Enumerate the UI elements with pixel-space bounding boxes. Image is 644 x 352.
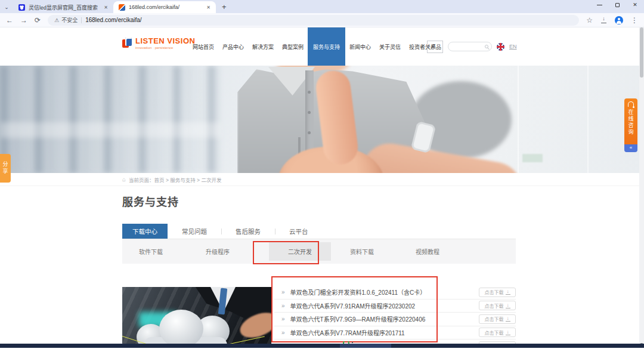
baidu-favicon-icon (18, 4, 25, 11)
window-controls: ✕ (590, 0, 644, 10)
restore-button[interactable] (608, 0, 626, 10)
url-text: 168led.com/ercikaifa/ (85, 17, 142, 23)
security-warning[interactable]: ⚠ 不安全 (54, 16, 78, 24)
download-button-label: 点击下载 (485, 316, 504, 322)
close-window-button[interactable]: ✕ (626, 0, 644, 10)
header-widgets: 产品 EN (427, 27, 517, 66)
profile-avatar[interactable] (615, 16, 623, 24)
browser-tab-168led[interactable]: 168led.com/ercikaifa/ ✕ (113, 1, 216, 13)
nav-item-about[interactable]: 关于灵信 (375, 27, 405, 66)
new-tab-button[interactable]: + (222, 2, 227, 11)
download-button[interactable]: 点击下载↓ (479, 301, 516, 310)
address-separator (81, 17, 82, 23)
tab-search-chevron-icon[interactable]: ⌄ (0, 4, 13, 13)
logo-name: LISTEN VISION (135, 36, 195, 45)
tab-title: 灵信led显示屏官网_百度搜索 (29, 4, 100, 11)
download-button-label: 点击下载 (485, 302, 504, 309)
breadcrumb: ⌂ 当前页面：首页 > 服务与支持 > 二次开发 (0, 173, 644, 186)
breadcrumb-text[interactable]: 当前页面：首页 > 服务与支持 > 二次开发 (129, 176, 221, 183)
subtab-materials[interactable]: 资料下载 (350, 247, 374, 256)
windows-taskbar-edge (0, 344, 644, 348)
back-button[interactable]: ← (6, 17, 13, 24)
download-button[interactable]: 点击下载↓ (479, 314, 516, 324)
screenshot-stage: ⌄ 灵信led显示屏官网_百度搜索 ✕ 168led.com/ercikaifa… (0, 0, 644, 352)
consult-collapse-button[interactable]: « (624, 144, 637, 152)
browser-tabstrip: ⌄ 灵信led显示屏官网_百度搜索 ✕ 168led.com/ercikaifa… (0, 0, 644, 13)
reload-button[interactable]: ⟳ (35, 17, 41, 24)
nav-item-cases[interactable]: 典型案例 (278, 27, 308, 66)
site-logo[interactable]: LISTEN VISION innovation · persistence (122, 36, 195, 50)
page-title: 服务与支持 (122, 193, 179, 209)
tab-close-icon[interactable]: ✕ (206, 5, 210, 10)
section-tabs: 下载中心 常见问题 售后服务 云平台 (122, 224, 516, 239)
address-bar[interactable]: ⚠ 不安全 168led.com/ercikaifa/ (48, 15, 579, 26)
browser-tab-baidu[interactable]: 灵信led显示屏官网_百度搜索 ✕ (13, 1, 113, 13)
tab-cloud-platform[interactable]: 云平台 (275, 224, 323, 239)
nav-item-service-support[interactable]: 服务与支持 (308, 27, 345, 66)
annotation-rect-subtab (253, 241, 319, 264)
download-icon: ↓ (506, 316, 510, 322)
download-subtabs: 软件下载 升级程序 二次开发 资料下载 视频教程 (122, 239, 516, 264)
nav-item-home[interactable]: 网站首页 (188, 27, 218, 66)
nav-item-solutions[interactable]: 解决方案 (248, 27, 278, 66)
online-consult-button[interactable]: 在线咨询 (624, 98, 637, 144)
listenvision-favicon-icon (119, 4, 125, 11)
warning-icon: ⚠ (54, 17, 59, 23)
download-icon: ↓ (506, 330, 510, 335)
tab-faq[interactable]: 常见问题 (168, 224, 221, 239)
forward-button[interactable]: → (20, 17, 27, 24)
downloads-icon[interactable]: ↓ (600, 17, 607, 23)
tab-close-icon[interactable]: ✕ (104, 5, 108, 10)
annotation-rect-list (271, 276, 438, 342)
site-search (448, 42, 492, 51)
browser-toolbar: ← → ⟳ ⚠ 不安全 168led.com/ercikaifa/ ☆ ↓ ⋮ (0, 13, 644, 27)
restore-icon (615, 3, 620, 7)
consult-label: 在线咨询 (627, 109, 635, 135)
language-link[interactable]: EN (509, 44, 517, 50)
nav-item-products[interactable]: 产品中心 (218, 27, 248, 66)
nav-item-news[interactable]: 新闻中心 (345, 27, 375, 66)
page-scrollbar[interactable] (639, 27, 644, 348)
download-button-label: 点击下载 (485, 329, 504, 336)
tab-download-center[interactable]: 下载中心 (122, 224, 168, 239)
share-label: 分享 (2, 161, 10, 175)
subtab-upgrade[interactable]: 升级程序 (206, 247, 230, 256)
taskbar-highlight (340, 344, 391, 348)
download-arrow: ↓ (600, 16, 607, 21)
subtab-software[interactable]: 软件下载 (139, 247, 163, 256)
download-button[interactable]: 点击下载↓ (479, 328, 516, 337)
minimize-icon (597, 5, 602, 5)
logo-tagline: innovation · persistence (135, 46, 195, 50)
search-category-select[interactable]: 产品 (427, 41, 443, 53)
web-page: LISTEN VISION innovation · persistence 网… (0, 27, 644, 348)
download-icon: ↓ (506, 303, 510, 308)
hero-banner-image (0, 66, 644, 173)
site-header: LISTEN VISION innovation · persistence 网… (0, 27, 644, 66)
download-button[interactable]: 点击下载↓ (479, 288, 516, 297)
download-icon: ↓ (506, 289, 510, 295)
subtab-video[interactable]: 视频教程 (416, 247, 439, 256)
minimize-button[interactable] (590, 0, 608, 10)
headset-icon (628, 101, 634, 107)
bookmark-star-icon[interactable]: ☆ (586, 17, 593, 24)
scrollbar-thumb[interactable] (640, 27, 643, 78)
home-icon: ⌂ (122, 176, 126, 183)
toolbar-right: ☆ ↓ ⋮ (586, 16, 638, 24)
online-consult-widget: 在线咨询 « (624, 98, 637, 152)
browser-menu-icon[interactable]: ⋮ (631, 17, 638, 24)
download-button-label: 点击下载 (485, 289, 504, 295)
tab-after-sales[interactable]: 售后服务 (221, 224, 275, 239)
tab-title: 168led.com/ercikaifa/ (129, 4, 202, 10)
search-icon[interactable] (485, 45, 488, 48)
main-nav: 网站首页 产品中心 解决方案 典型案例 服务与支持 新闻中心 关于灵信 投资者关… (188, 27, 440, 66)
share-tab[interactable]: 分享 (0, 154, 11, 183)
uk-flag-icon[interactable] (497, 43, 504, 51)
cloud-service-image (122, 287, 271, 348)
logo-mark-icon (122, 38, 132, 48)
security-label: 不安全 (61, 16, 78, 24)
